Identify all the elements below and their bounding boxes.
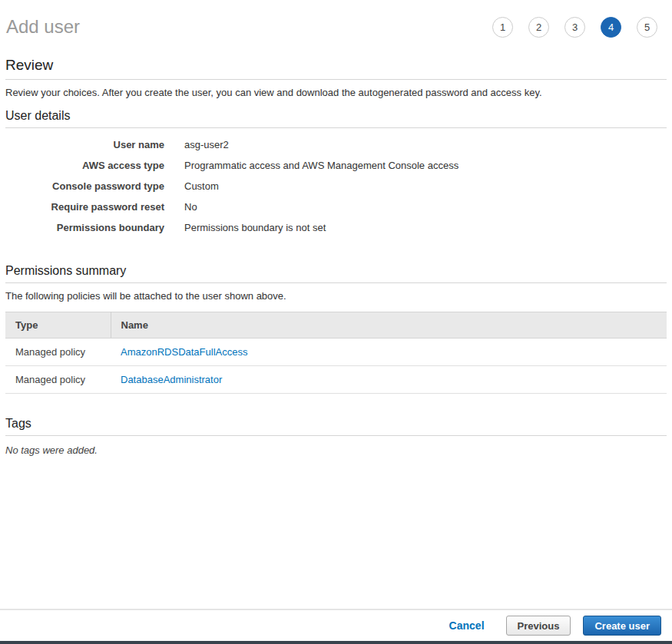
policies-table-header-row: Type Name [5,312,667,339]
wizard-header: Add user 1 2 3 4 5 [0,0,672,52]
permissions-summary-section: Permissions summary The following polici… [5,264,667,394]
add-user-wizard: Add user 1 2 3 4 5 Review Review your ch… [0,0,672,644]
tags-heading: Tags [5,417,667,431]
detail-row-password-reset: Require password reset No [5,200,667,214]
step-indicator: 1 2 3 4 5 [492,17,657,38]
user-details-list: User name asg-user2 AWS access type Prog… [5,137,667,235]
page-title: Add user [6,16,80,38]
step-2[interactable]: 2 [528,17,549,38]
column-header-name: Name [111,312,667,339]
column-header-type: Type [5,312,111,339]
previous-button[interactable]: Previous [506,616,571,636]
detail-row-password-type: Console password type Custom [5,179,667,193]
policy-type-cell: Managed policy [5,339,111,366]
spacer [5,241,667,264]
detail-value: Programmatic access and AWS Management C… [164,158,458,173]
spacer [5,397,667,417]
detail-value: No [164,200,197,214]
detail-row-access-type: AWS access type Programmatic access and … [5,158,667,173]
detail-row-permissions-boundary: Permissions boundary Permissions boundar… [5,220,667,235]
detail-value: asg-user2 [164,137,229,152]
tags-section: Tags No tags were added. [5,417,667,456]
user-details-heading: User details [5,109,667,123]
cancel-link[interactable]: Cancel [449,619,485,632]
detail-value: Custom [164,179,219,193]
table-row: Managed policy AmazonRDSDataFullAccess [5,339,667,366]
step-3[interactable]: 3 [564,17,585,38]
divider [5,435,667,436]
review-heading: Review [5,57,667,74]
permissions-summary-description: The following policies will be attached … [5,290,667,302]
detail-label: User name [5,137,164,152]
step-5[interactable]: 5 [637,17,657,38]
wizard-footer: Cancel Previous Create user [0,609,672,641]
review-description: Review your choices. After you create th… [5,87,667,98]
detail-label: Permissions boundary [5,220,164,235]
detail-label: Console password type [5,179,164,193]
step-1[interactable]: 1 [492,17,513,38]
permissions-summary-heading: Permissions summary [5,264,667,278]
detail-label: Require password reset [5,200,164,214]
table-row: Managed policy DatabaseAdministrator [5,366,667,394]
detail-label: AWS access type [5,158,164,173]
policies-table: Type Name Managed policy AmazonRDSDataFu… [5,312,667,394]
divider [5,79,667,80]
divider [5,127,667,128]
detail-row-user-name: User name asg-user2 [5,137,667,152]
policy-link-databaseadministrator[interactable]: DatabaseAdministrator [121,374,222,385]
tags-empty-message: No tags were added. [5,444,667,456]
policy-type-cell: Managed policy [5,366,111,394]
policy-link-amazonrdsdatafullaccess[interactable]: AmazonRDSDataFullAccess [121,346,247,358]
create-user-button[interactable]: Create user [583,616,661,636]
detail-value: Permissions boundary is not set [164,220,326,235]
user-details-section: User details User name asg-user2 AWS acc… [5,109,667,235]
divider [5,282,667,283]
review-content: Review Review your choices. After you cr… [0,52,672,609]
window-bottom-edge [0,641,672,644]
step-4-current[interactable]: 4 [601,17,621,38]
